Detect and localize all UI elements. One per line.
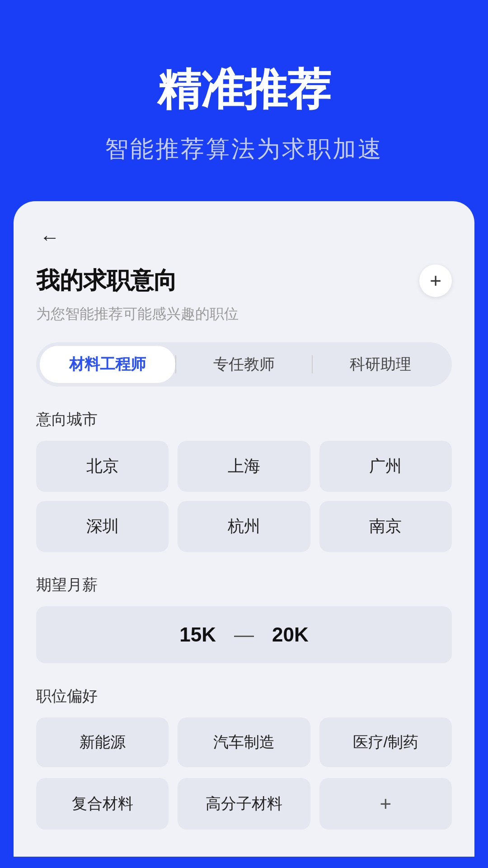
card-title: 我的求职意向 [36,265,177,297]
salary-section-label: 期望月薪 [36,575,452,595]
pref-polymer-material[interactable]: 高分子材料 [178,778,310,830]
hero-title: 精准推荐 [27,63,461,115]
pref-row1: 新能源 汽车制造 医疗/制药 [36,717,452,767]
hero-section: 精准推荐 智能推荐算法为求职加速 [0,0,488,201]
main-card: ← 我的求职意向 + 为您智能推荐可能感兴趣的职位 材料工程师 专任教师 科研助… [14,201,474,857]
tab-full-time-teacher[interactable]: 专任教师 [176,346,312,383]
pref-section-label: 职位偏好 [36,686,452,707]
pref-new-energy[interactable]: 新能源 [36,717,169,767]
intention-tabs: 材料工程师 专任教师 科研助理 [36,342,452,387]
pref-auto-manufacturing[interactable]: 汽车制造 [178,717,310,767]
city-grid: 北京 上海 广州 深圳 杭州 南京 [36,441,452,552]
salary-max: 20K [272,623,309,646]
city-nanjing[interactable]: 南京 [319,501,452,552]
tab-material-engineer[interactable]: 材料工程师 [40,346,175,383]
pref-composite-material[interactable]: 复合材料 [36,778,169,830]
card-header: 我的求职意向 + [36,264,452,297]
back-button[interactable]: ← [36,224,63,251]
salary-min: 15K [179,623,216,646]
city-hangzhou[interactable]: 杭州 [178,501,310,552]
add-intention-button[interactable]: + [419,264,452,297]
hero-subtitle: 智能推荐算法为求职加速 [27,133,461,165]
back-arrow-icon: ← [40,226,60,249]
city-shenzhen[interactable]: 深圳 [36,501,169,552]
city-shanghai[interactable]: 上海 [178,441,310,492]
city-beijing[interactable]: 北京 [36,441,169,492]
card-description: 为您智能推荐可能感兴趣的职位 [36,304,452,324]
city-guangzhou[interactable]: 广州 [319,441,452,492]
salary-range-box: 15K — 20K [36,606,452,663]
tab-research-assistant[interactable]: 科研助理 [313,346,448,383]
salary-separator: — [234,623,254,646]
pref-add-more-button[interactable]: + [319,778,452,830]
pref-row2: 复合材料 高分子材料 + [36,778,452,830]
pref-medical-pharma[interactable]: 医疗/制药 [319,717,452,767]
city-section-label: 意向城市 [36,409,452,430]
